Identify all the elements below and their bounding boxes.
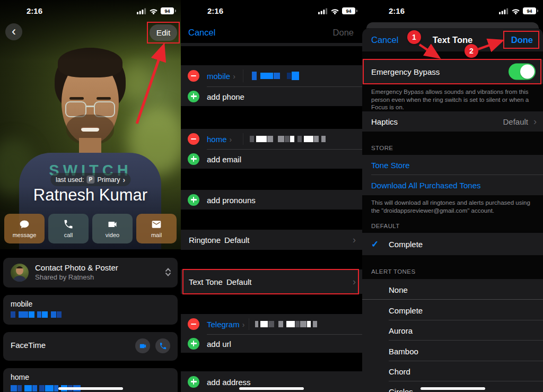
action-label: call xyxy=(64,232,73,238)
facetime-video-button[interactable] xyxy=(135,338,150,353)
last-used-sim-pill[interactable]: last used: P Primary › xyxy=(50,173,130,186)
message-button[interactable]: message xyxy=(4,214,45,243)
ringtone-section: Ringtone Default › xyxy=(181,230,362,250)
video-camera-icon xyxy=(107,219,118,230)
section-edge xyxy=(181,43,362,46)
cellular-signal-icon xyxy=(499,8,509,14)
video-button[interactable]: video xyxy=(92,214,133,243)
field-label: home xyxy=(11,373,29,381)
add-row-icon[interactable] xyxy=(188,376,199,388)
column-divider xyxy=(243,69,243,82)
person-eyebrow xyxy=(97,97,111,100)
battery-icon: 94 xyxy=(342,7,355,14)
add-email-row[interactable]: add email xyxy=(181,149,362,169)
mail-button[interactable]: mail xyxy=(136,214,177,243)
action-label: message xyxy=(13,232,37,238)
download-all-row[interactable]: Download All Purchased Tones xyxy=(362,175,543,195)
default-section-header: DEFAULT xyxy=(371,223,400,229)
contact-name: Ratnesh Kumar xyxy=(0,186,181,205)
add-pronouns-row[interactable]: add pronouns xyxy=(181,190,362,210)
store-section-header: STORE xyxy=(371,145,393,151)
card-title: Contact Photo & Poster xyxy=(35,263,118,272)
chevron-right-icon: › xyxy=(230,135,232,144)
remove-row-icon[interactable] xyxy=(188,133,199,145)
url-type-label[interactable]: Telegram› xyxy=(207,320,244,329)
tone-row-none[interactable]: None xyxy=(362,279,543,300)
action-label: mail xyxy=(151,232,162,238)
add-url-row[interactable]: add url xyxy=(181,334,362,353)
last-used-label: last used: xyxy=(56,176,84,184)
tone-store-link[interactable]: Tone Store xyxy=(371,161,410,170)
battery-icon: 94 xyxy=(161,7,174,14)
emergency-bypass-row: Emergency Bypass xyxy=(362,59,543,84)
sheet-nav-bar: Cancel Text Tone Done xyxy=(362,28,543,51)
home-indicator xyxy=(239,387,304,390)
sim-name: Primary xyxy=(97,176,120,184)
texttone-row[interactable]: Text Tone Default › xyxy=(181,269,362,294)
pronouns-section: add pronouns xyxy=(181,190,362,210)
done-button[interactable]: Done xyxy=(511,35,533,45)
step-badge-1: 1 xyxy=(407,30,421,44)
url-row[interactable]: Telegram› xyxy=(181,314,362,334)
url-section: Telegram› add url xyxy=(181,314,362,353)
battery-icon: 94 xyxy=(523,7,536,14)
status-bar: 2:16 94 xyxy=(0,0,181,23)
alert-tones-section-header: ALERT TONES xyxy=(371,268,415,275)
add-row-icon[interactable] xyxy=(188,338,199,350)
chevron-up-down-icon xyxy=(165,267,171,277)
add-row-icon[interactable] xyxy=(188,153,199,165)
remove-row-icon[interactable] xyxy=(188,318,199,330)
haptics-value: Default xyxy=(503,117,528,126)
back-button[interactable]: ‹ xyxy=(5,23,22,40)
tone-row[interactable]: Aurora xyxy=(362,320,543,341)
contact-photo-poster-card[interactable]: Contact Photo & Poster Shared by Ratnesh xyxy=(3,258,178,288)
status-bar: 2:16 94 xyxy=(181,0,362,23)
sim-icon: P xyxy=(86,176,94,184)
ringtone-row[interactable]: Ringtone Default › xyxy=(181,230,362,250)
column-divider xyxy=(243,133,243,145)
cancel-button[interactable]: Cancel xyxy=(188,28,215,38)
phone-section: mobile› add phone xyxy=(181,65,362,106)
tone-row[interactable]: Chord xyxy=(362,361,543,381)
contact-view-panel: SWITCH 2:16 94 ‹ Edit last used: P Prima… xyxy=(0,0,181,392)
tone-row[interactable]: Bamboo xyxy=(362,341,543,361)
haptics-row[interactable]: Haptics Default › xyxy=(362,111,543,132)
battery-percent: 94 xyxy=(346,8,351,14)
redacted-phone-number xyxy=(11,310,62,319)
battery-percent: 94 xyxy=(164,8,170,14)
email-type-label[interactable]: home› xyxy=(207,135,232,144)
phone-row[interactable]: mobile› xyxy=(181,65,362,86)
emergency-bypass-toggle[interactable] xyxy=(509,64,536,80)
done-button-disabled[interactable]: Done xyxy=(333,28,354,38)
add-email-label: add email xyxy=(207,154,241,163)
tone-row[interactable]: Complete xyxy=(362,300,543,320)
video-camera-icon xyxy=(139,342,147,350)
facetime-audio-button[interactable] xyxy=(155,338,170,353)
default-tone-row[interactable]: ✓ Complete xyxy=(362,233,543,255)
tone-row[interactable]: Circles xyxy=(362,381,543,392)
cellular-signal-icon xyxy=(137,8,146,14)
phone-icon xyxy=(63,219,74,230)
add-phone-row[interactable]: add phone xyxy=(181,86,362,106)
add-row-icon[interactable] xyxy=(188,91,199,102)
email-row[interactable]: home› xyxy=(181,129,362,149)
wifi-icon xyxy=(511,8,520,14)
field-label: mobile xyxy=(11,300,32,308)
add-row-icon[interactable] xyxy=(188,194,199,206)
status-time: 2:16 xyxy=(18,6,51,15)
call-button[interactable]: call xyxy=(48,214,89,243)
person-smile xyxy=(81,127,99,132)
envelope-icon xyxy=(151,219,162,230)
phone-type-label[interactable]: mobile› xyxy=(207,72,235,81)
texttone-label: Text Tone xyxy=(189,277,223,286)
edit-button[interactable]: Edit xyxy=(150,24,178,41)
remove-row-icon[interactable] xyxy=(188,70,199,82)
action-label: video xyxy=(106,232,119,238)
contact-action-row: message call video mail xyxy=(4,214,177,243)
checkmark-icon: ✓ xyxy=(371,239,379,250)
edit-highlight-box: Edit xyxy=(147,22,180,43)
download-all-link[interactable]: Download All Purchased Tones xyxy=(371,181,481,190)
mobile-number-card[interactable]: mobile xyxy=(3,295,178,325)
person-glasses-bridge xyxy=(86,106,94,107)
tone-store-row[interactable]: Tone Store xyxy=(362,155,543,175)
